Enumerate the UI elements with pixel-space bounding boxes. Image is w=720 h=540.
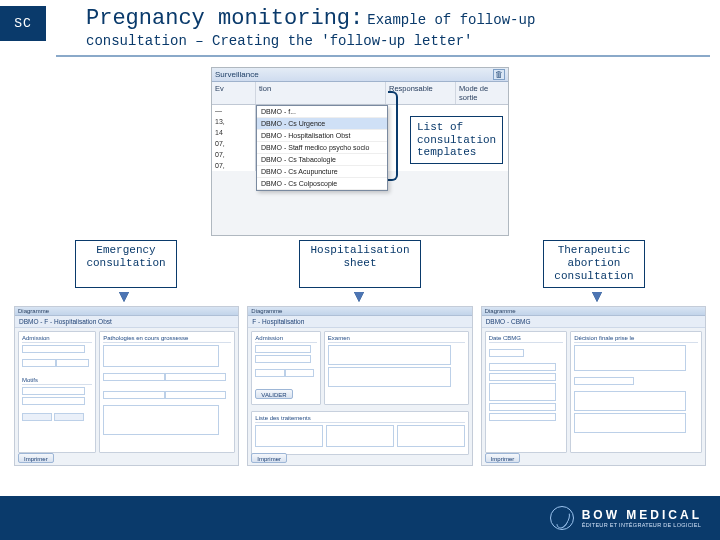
- text-field[interactable]: [22, 359, 56, 367]
- form-title: DBMO - CBMG: [482, 316, 705, 328]
- labels-row: Emergency consultation Hospitalisation s…: [14, 240, 706, 288]
- arrows-row: [14, 292, 706, 304]
- footer-bar: BOW MEDICAL ÉDITEUR ET INTÉGRATEUR DE LO…: [0, 496, 720, 540]
- dropdown-item[interactable]: DBMO - Cs Acupuncture: [257, 166, 387, 178]
- section-badge: SC: [0, 6, 46, 41]
- form-title: F - Hospitalisation: [248, 316, 471, 328]
- title-subtitle: Example of follow-up: [367, 12, 535, 28]
- column-headers: Ev tion Responsable Mode de sortie: [212, 82, 508, 105]
- window-bar: Diagramme: [482, 307, 705, 316]
- print-button[interactable]: Imprimer: [18, 453, 54, 463]
- text-field[interactable]: [22, 345, 85, 353]
- section-heading: Décision finale prise le: [574, 335, 698, 343]
- bracket-icon: [388, 91, 398, 181]
- textarea[interactable]: [574, 391, 685, 411]
- dropdown-item[interactable]: DBMO - Cs Colposcopie: [257, 178, 387, 190]
- section-heading: Date CBMG: [489, 335, 564, 343]
- textarea[interactable]: [328, 367, 451, 387]
- textarea[interactable]: [574, 345, 685, 371]
- brand-name: BOW MEDICAL: [582, 508, 702, 522]
- logo-mark-icon: [550, 506, 574, 530]
- textarea[interactable]: [103, 345, 218, 367]
- textarea[interactable]: [489, 383, 556, 401]
- title-main: Pregnancy monitoring:: [86, 6, 363, 31]
- text-field[interactable]: [255, 345, 310, 353]
- list-item: 14: [212, 127, 255, 138]
- section-heading: Admission: [255, 335, 317, 343]
- section-heading: Admission: [22, 335, 92, 343]
- dropdown-item[interactable]: DBMO - Cs Urgence: [257, 118, 387, 130]
- text-field[interactable]: [165, 373, 226, 381]
- section-heading: Motifs: [22, 377, 92, 385]
- chip[interactable]: [22, 413, 52, 421]
- title-block: Pregnancy monitoring: Example of follow-…: [46, 6, 710, 49]
- label-hospitalisation: Hospitalisation sheet: [299, 240, 420, 288]
- list-item: 07,: [212, 160, 255, 171]
- text-field[interactable]: [255, 355, 310, 363]
- screenshot-therapeutic-abortion: Diagramme DBMO - CBMG Date CBMG Décision…: [481, 306, 706, 466]
- chip[interactable]: [54, 413, 84, 421]
- screenshot-emergency: Diagramme DBMO - F - Hospitalisation Obs…: [14, 306, 239, 466]
- text-field[interactable]: [489, 349, 525, 357]
- slide-header: SC Pregnancy monitoring: Example of foll…: [0, 0, 720, 51]
- list-item: 07,: [212, 138, 255, 149]
- dropdown-item[interactable]: DBMO - Staff medico psycho socio: [257, 142, 387, 154]
- section-heading: Examen: [328, 335, 465, 343]
- list-item: 07,: [212, 149, 255, 160]
- list-item: —: [212, 105, 255, 116]
- textarea[interactable]: [328, 345, 451, 365]
- text-field[interactable]: [489, 413, 556, 421]
- panel-header: Surveillance 🗑: [212, 68, 508, 82]
- textarea[interactable]: [397, 425, 465, 447]
- text-field[interactable]: [103, 373, 164, 381]
- form-title: DBMO - F - Hospitalisation Obst: [15, 316, 238, 328]
- text-field[interactable]: [255, 369, 285, 377]
- section-heading: Liste des traitements: [255, 415, 464, 423]
- col-ev: Ev: [212, 82, 256, 104]
- print-button[interactable]: Imprimer: [485, 453, 521, 463]
- arrow-down-icon: [592, 292, 602, 302]
- panel-title: Surveillance: [215, 70, 493, 79]
- list-item: 13,: [212, 116, 255, 127]
- text-field[interactable]: [165, 391, 226, 399]
- section-heading: Pathologies en cours grossesse: [103, 335, 231, 343]
- text-field[interactable]: [285, 369, 315, 377]
- title-rule: [56, 55, 710, 57]
- text-field[interactable]: [489, 403, 556, 411]
- textarea[interactable]: [255, 425, 323, 447]
- textarea[interactable]: [326, 425, 394, 447]
- screenshots-row: Diagramme DBMO - F - Hospitalisation Obs…: [14, 306, 706, 466]
- dropdown-item[interactable]: DBMO - Cs Tabacologie: [257, 154, 387, 166]
- dropdown-item[interactable]: DBMO - f...: [257, 106, 387, 118]
- window-bar: Diagramme: [248, 307, 471, 316]
- validate-button[interactable]: VALIDER: [255, 389, 292, 399]
- text-field[interactable]: [56, 359, 90, 367]
- callout-templates: List of consultation templates: [410, 116, 503, 164]
- dropdown-item[interactable]: DBMO - Hospitalisation Obst: [257, 130, 387, 142]
- text-field[interactable]: [489, 363, 556, 371]
- print-button[interactable]: Imprimer: [251, 453, 287, 463]
- label-emergency: Emergency consultation: [75, 240, 176, 288]
- textarea[interactable]: [103, 405, 218, 435]
- screenshot-hospitalisation: Diagramme F - Hospitalisation Admission …: [247, 306, 472, 466]
- arrow-down-icon: [354, 292, 364, 302]
- arrow-down-icon: [119, 292, 129, 302]
- col-tion: tion: [256, 82, 386, 104]
- brand-logo: BOW MEDICAL ÉDITEUR ET INTÉGRATEUR DE LO…: [550, 506, 702, 530]
- left-rows: — 13, 14 07, 07, 07,: [212, 105, 256, 171]
- textarea[interactable]: [574, 413, 685, 433]
- text-field[interactable]: [103, 391, 164, 399]
- text-field[interactable]: [574, 377, 633, 385]
- title-line-2: consultation – Creating the 'follow-up l…: [86, 33, 710, 49]
- main-illustration: Surveillance 🗑 Ev tion Responsable Mode …: [0, 61, 720, 236]
- text-field[interactable]: [489, 373, 556, 381]
- label-therapeutic-abortion: Therapeutic abortion consultation: [543, 240, 644, 288]
- template-dropdown[interactable]: DBMO - f... DBMO - Cs Urgence DBMO - Hos…: [256, 105, 388, 191]
- col-mode: Mode de sortie: [456, 82, 508, 104]
- trash-icon[interactable]: 🗑: [493, 69, 505, 80]
- brand-tagline: ÉDITEUR ET INTÉGRATEUR DE LOGICIEL: [582, 522, 702, 528]
- text-field[interactable]: [22, 397, 85, 405]
- text-field[interactable]: [22, 387, 85, 395]
- window-bar: Diagramme: [15, 307, 238, 316]
